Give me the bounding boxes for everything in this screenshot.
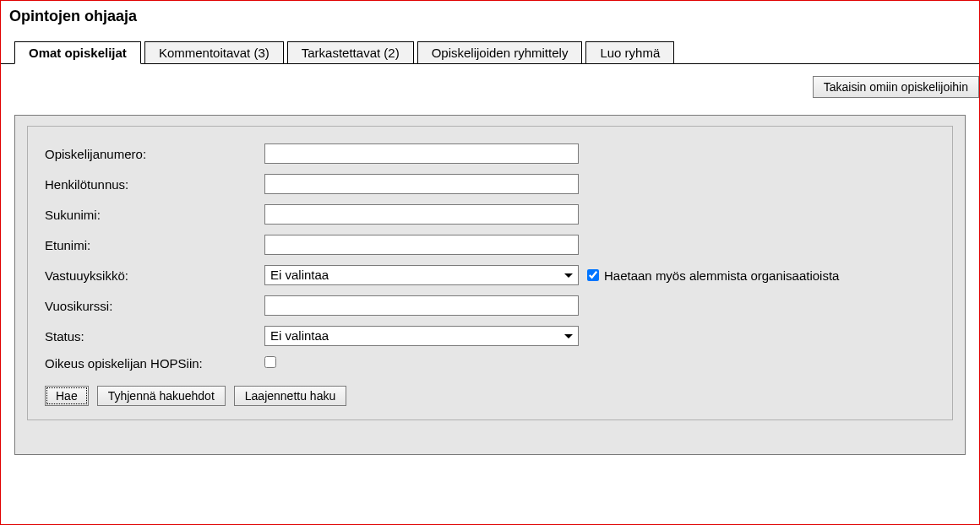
advanced-search-button[interactable]: Laajennettu haku [234,386,346,406]
unit-select[interactable]: Ei valintaa [264,265,579,285]
year-label: Vuosikurssi: [45,299,264,313]
search-panel-outer: Opiskelijanumero: Henkilötunnus: Sukunim… [14,115,966,455]
toolbar: Takaisin omiin opiskelijoihin [1,64,979,98]
row-year: Vuosikurssi: [45,295,935,316]
tab-reviewable[interactable]: Tarkastettavat (2) [287,41,414,64]
back-to-own-students-button[interactable]: Takaisin omiin opiskelijoihin [813,76,979,98]
hops-right-checkbox[interactable] [264,356,276,368]
tab-label: Tarkastettavat (2) [302,46,400,60]
lastname-label: Sukunimi: [45,208,264,222]
student-number-input[interactable] [264,143,579,164]
status-selected-value: Ei valintaa [270,328,329,343]
button-row: Hae Tyhjennä hakuehdot Laajennettu haku [45,386,935,406]
search-button[interactable]: Hae [45,386,89,406]
row-lastname: Sukunimi: [45,204,935,225]
unit-selected-value: Ei valintaa [270,268,329,282]
clear-button[interactable]: Tyhjennä hakuehdot [97,386,226,406]
personal-id-input[interactable] [264,174,579,194]
unit-label: Vastuuyksikkö: [45,268,264,283]
row-hops-right: Oikeus opiskelijan HOPSiin: [45,356,935,371]
suborg-checkbox[interactable] [587,269,599,281]
firstname-input[interactable] [264,235,579,255]
personal-id-label: Henkilötunnus: [45,177,264,192]
status-select[interactable]: Ei valintaa [264,326,579,346]
tab-commentable[interactable]: Kommentoitavat (3) [144,41,284,64]
status-label: Status: [45,329,264,344]
row-firstname: Etunimi: [45,235,935,255]
content-area: Takaisin omiin opiskelijoihin Opiskelija… [1,64,979,455]
row-personal-id: Henkilötunnus: [45,174,935,194]
suborg-checkbox-label: Haetaan myös alemmista organisaatioista [604,268,839,283]
app-window: Opintojen ohjaaja Omat opiskelijat Komme… [0,0,980,525]
hops-right-label: Oikeus opiskelijan HOPSiin: [45,356,264,371]
tab-own-students[interactable]: Omat opiskelijat [14,41,141,64]
firstname-label: Etunimi: [45,238,264,252]
lastname-input[interactable] [264,204,579,225]
search-panel: Opiskelijanumero: Henkilötunnus: Sukunim… [27,126,953,420]
tabbar: Omat opiskelijat Kommentoitavat (3) Tark… [1,39,979,64]
student-number-label: Opiskelijanumero: [45,147,264,161]
tab-label: Omat opiskelijat [29,46,127,60]
tab-label: Kommentoitavat (3) [159,46,270,60]
tab-create-group[interactable]: Luo ryhmä [585,41,674,64]
row-student-number: Opiskelijanumero: [45,143,935,164]
year-input[interactable] [264,295,579,316]
tab-student-grouping[interactable]: Opiskelijoiden ryhmittely [417,41,583,64]
tab-label: Opiskelijoiden ryhmittely [432,46,569,60]
tab-label: Luo ryhmä [600,46,660,60]
page-title: Opintojen ohjaaja [1,1,979,29]
row-status: Status: Ei valintaa [45,326,935,346]
row-unit: Vastuuyksikkö: Ei valintaa Haetaan myös … [45,265,935,285]
